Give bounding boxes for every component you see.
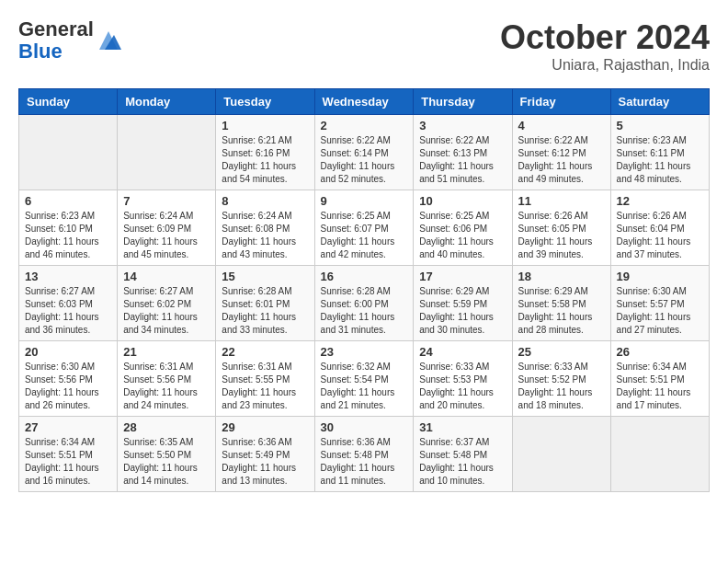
day-number: 9 <box>321 194 408 208</box>
calendar-cell: 15Sunrise: 6:28 AM Sunset: 6:01 PM Dayli… <box>216 266 314 341</box>
calendar-cell: 13Sunrise: 6:27 AM Sunset: 6:03 PM Dayli… <box>19 266 118 341</box>
day-info: Sunrise: 6:24 AM Sunset: 6:08 PM Dayligh… <box>222 210 308 261</box>
weekday-header: Thursday <box>414 89 512 115</box>
day-number: 10 <box>419 194 506 208</box>
calendar-cell: 6Sunrise: 6:23 AM Sunset: 6:10 PM Daylig… <box>19 190 118 266</box>
day-number: 24 <box>419 345 506 359</box>
day-number: 11 <box>518 194 605 208</box>
calendar-cell: 19Sunrise: 6:30 AM Sunset: 5:57 PM Dayli… <box>610 266 709 341</box>
day-number: 27 <box>25 420 111 434</box>
month-title: October 2024 <box>500 18 710 57</box>
day-number: 7 <box>123 194 210 208</box>
day-info: Sunrise: 6:26 AM Sunset: 6:04 PM Dayligh… <box>617 210 703 261</box>
calendar-cell: 1Sunrise: 6:21 AM Sunset: 6:16 PM Daylig… <box>216 115 314 190</box>
calendar-cell: 10Sunrise: 6:25 AM Sunset: 6:06 PM Dayli… <box>414 190 512 266</box>
day-number: 26 <box>617 345 703 359</box>
day-info: Sunrise: 6:25 AM Sunset: 6:07 PM Dayligh… <box>321 210 408 261</box>
calendar-cell: 16Sunrise: 6:28 AM Sunset: 6:00 PM Dayli… <box>314 266 414 341</box>
day-number: 23 <box>321 345 408 359</box>
day-info: Sunrise: 6:27 AM Sunset: 6:02 PM Dayligh… <box>123 285 210 337</box>
day-number: 15 <box>222 270 308 283</box>
day-info: Sunrise: 6:31 AM Sunset: 5:55 PM Dayligh… <box>222 361 308 412</box>
day-number: 25 <box>518 345 605 359</box>
calendar-cell: 9Sunrise: 6:25 AM Sunset: 6:07 PM Daylig… <box>314 190 414 266</box>
weekday-header: Wednesday <box>314 89 414 115</box>
calendar-cell: 20Sunrise: 6:30 AM Sunset: 5:56 PM Dayli… <box>19 341 118 417</box>
day-number: 21 <box>123 345 210 359</box>
weekday-header: Friday <box>512 89 610 115</box>
calendar-week-row: 13Sunrise: 6:27 AM Sunset: 6:03 PM Dayli… <box>19 266 710 341</box>
logo-icon <box>96 28 121 53</box>
location: Uniara, Rajasthan, India <box>500 57 710 74</box>
day-number: 3 <box>419 119 506 132</box>
day-number: 30 <box>321 420 408 434</box>
day-info: Sunrise: 6:31 AM Sunset: 5:56 PM Dayligh… <box>123 361 210 412</box>
day-number: 29 <box>222 420 308 434</box>
calendar-cell: 3Sunrise: 6:22 AM Sunset: 6:13 PM Daylig… <box>414 115 512 190</box>
calendar-cell: 22Sunrise: 6:31 AM Sunset: 5:55 PM Dayli… <box>216 341 314 417</box>
calendar-week-row: 20Sunrise: 6:30 AM Sunset: 5:56 PM Dayli… <box>19 341 710 417</box>
logo-general-text: General <box>18 17 94 40</box>
calendar-cell: 23Sunrise: 6:32 AM Sunset: 5:54 PM Dayli… <box>314 341 414 417</box>
day-number: 16 <box>321 270 408 283</box>
day-info: Sunrise: 6:26 AM Sunset: 6:05 PM Dayligh… <box>518 210 605 261</box>
header-row: SundayMondayTuesdayWednesdayThursdayFrid… <box>19 89 710 115</box>
calendar-cell: 29Sunrise: 6:36 AM Sunset: 5:49 PM Dayli… <box>216 417 314 492</box>
day-number: 17 <box>419 270 506 283</box>
calendar-cell: 8Sunrise: 6:24 AM Sunset: 6:08 PM Daylig… <box>216 190 314 266</box>
calendar-cell: 14Sunrise: 6:27 AM Sunset: 6:02 PM Dayli… <box>118 266 216 341</box>
calendar-cell: 21Sunrise: 6:31 AM Sunset: 5:56 PM Dayli… <box>118 341 216 417</box>
day-number: 2 <box>321 119 408 132</box>
day-info: Sunrise: 6:30 AM Sunset: 5:56 PM Dayligh… <box>25 361 111 412</box>
day-info: Sunrise: 6:36 AM Sunset: 5:49 PM Dayligh… <box>222 436 308 488</box>
calendar-cell: 11Sunrise: 6:26 AM Sunset: 6:05 PM Dayli… <box>512 190 610 266</box>
day-number: 13 <box>25 270 111 283</box>
day-info: Sunrise: 6:22 AM Sunset: 6:13 PM Dayligh… <box>419 134 506 186</box>
calendar-cell: 17Sunrise: 6:29 AM Sunset: 5:59 PM Dayli… <box>414 266 512 341</box>
calendar-cell <box>118 115 216 190</box>
day-number: 4 <box>518 119 605 132</box>
day-number: 20 <box>25 345 111 359</box>
calendar-cell: 28Sunrise: 6:35 AM Sunset: 5:50 PM Dayli… <box>118 417 216 492</box>
day-info: Sunrise: 6:32 AM Sunset: 5:54 PM Dayligh… <box>321 361 408 412</box>
day-info: Sunrise: 6:23 AM Sunset: 6:11 PM Dayligh… <box>617 134 703 186</box>
calendar-header: SundayMondayTuesdayWednesdayThursdayFrid… <box>19 89 710 115</box>
day-number: 14 <box>123 270 210 283</box>
day-info: Sunrise: 6:34 AM Sunset: 5:51 PM Dayligh… <box>617 361 703 412</box>
day-info: Sunrise: 6:25 AM Sunset: 6:06 PM Dayligh… <box>419 210 506 261</box>
day-number: 6 <box>25 194 111 208</box>
day-number: 22 <box>222 345 308 359</box>
day-info: Sunrise: 6:29 AM Sunset: 5:58 PM Dayligh… <box>518 285 605 337</box>
calendar-cell: 31Sunrise: 6:37 AM Sunset: 5:48 PM Dayli… <box>414 417 512 492</box>
day-number: 12 <box>617 194 703 208</box>
weekday-header: Tuesday <box>216 89 314 115</box>
calendar-cell: 5Sunrise: 6:23 AM Sunset: 6:11 PM Daylig… <box>610 115 709 190</box>
weekday-header: Monday <box>118 89 216 115</box>
day-info: Sunrise: 6:37 AM Sunset: 5:48 PM Dayligh… <box>419 436 506 488</box>
calendar-body: 1Sunrise: 6:21 AM Sunset: 6:16 PM Daylig… <box>19 115 710 492</box>
day-info: Sunrise: 6:28 AM Sunset: 6:00 PM Dayligh… <box>321 285 408 337</box>
day-info: Sunrise: 6:22 AM Sunset: 6:14 PM Dayligh… <box>321 134 408 186</box>
calendar-week-row: 6Sunrise: 6:23 AM Sunset: 6:10 PM Daylig… <box>19 190 710 266</box>
calendar-cell <box>19 115 118 190</box>
calendar-cell: 4Sunrise: 6:22 AM Sunset: 6:12 PM Daylig… <box>512 115 610 190</box>
day-info: Sunrise: 6:33 AM Sunset: 5:52 PM Dayligh… <box>518 361 605 412</box>
calendar-cell: 12Sunrise: 6:26 AM Sunset: 6:04 PM Dayli… <box>610 190 709 266</box>
day-number: 28 <box>123 420 210 434</box>
logo-blue-text: Blue <box>18 40 63 63</box>
day-info: Sunrise: 6:33 AM Sunset: 5:53 PM Dayligh… <box>419 361 506 412</box>
day-number: 8 <box>222 194 308 208</box>
calendar-cell <box>512 417 610 492</box>
day-number: 19 <box>617 270 703 283</box>
day-info: Sunrise: 6:24 AM Sunset: 6:09 PM Dayligh… <box>123 210 210 261</box>
weekday-header: Sunday <box>19 89 118 115</box>
calendar-week-row: 1Sunrise: 6:21 AM Sunset: 6:16 PM Daylig… <box>19 115 710 190</box>
page-header: General Blue October 2024 Uniara, Rajast… <box>18 18 710 74</box>
day-info: Sunrise: 6:28 AM Sunset: 6:01 PM Dayligh… <box>222 285 308 337</box>
weekday-header: Saturday <box>610 89 709 115</box>
day-number: 5 <box>617 119 703 132</box>
day-info: Sunrise: 6:29 AM Sunset: 5:59 PM Dayligh… <box>419 285 506 337</box>
calendar-cell: 26Sunrise: 6:34 AM Sunset: 5:51 PM Dayli… <box>610 341 709 417</box>
day-info: Sunrise: 6:22 AM Sunset: 6:12 PM Dayligh… <box>518 134 605 186</box>
calendar-cell: 7Sunrise: 6:24 AM Sunset: 6:09 PM Daylig… <box>118 190 216 266</box>
